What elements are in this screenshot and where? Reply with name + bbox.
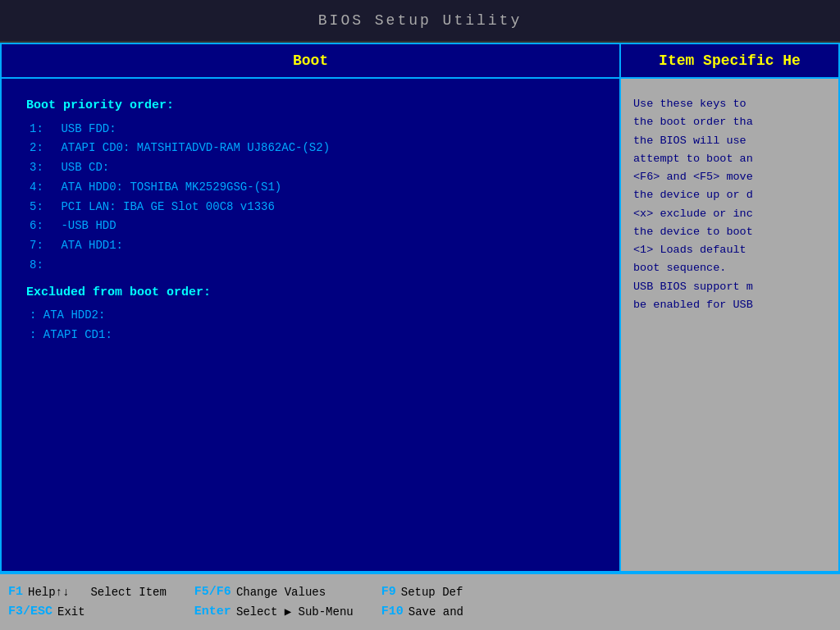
footer-bar: F1 Help↑↓ Select Item F3/ESC Exit F5/F6 …: [0, 573, 840, 630]
f10-desc: Save and: [409, 603, 463, 621]
excluded-title: Excluded from boot order:: [26, 282, 595, 304]
f1-key: F1: [8, 582, 23, 602]
f10-key: F10: [381, 602, 404, 622]
boot-item: 2: ATAPI CD0: MATSHITADVD-RAM UJ862AC-(S…: [26, 139, 595, 158]
f3-key: F3/ESC: [8, 602, 52, 622]
left-panel: Boot priority order: 1: USB FDD:2: ATAPI…: [2, 79, 621, 571]
f3-desc: Exit: [57, 603, 85, 621]
excluded-items-list: : ATA HDD2:: ATAPI CD1:: [26, 306, 595, 345]
f5f6-key: F5/F6: [194, 582, 231, 602]
footer-f5f6-row: F5/F6 Change Values: [194, 582, 370, 602]
footer-f1-section: F1 Help↑↓ Select Item F3/ESC Exit: [8, 582, 183, 622]
f1-desc1: Help↑↓: [28, 583, 69, 601]
excluded-item: : ATA HDD2:: [26, 306, 595, 326]
content-row: Boot priority order: 1: USB FDD:2: ATAPI…: [2, 79, 838, 571]
footer-f9-section: F9 Setup Def F10 Save and: [381, 582, 480, 622]
footer-f3-row: F3/ESC Exit: [8, 602, 183, 622]
f9-desc: Setup Def: [401, 583, 463, 601]
top-bar: BIOS Setup Utility: [0, 0, 840, 43]
header-row: Boot Item Specific He: [2, 44, 838, 79]
boot-item: 8:: [26, 256, 595, 276]
boot-item: 4: ATA HDD0: TOSHIBA MK2529GSG-(S1): [26, 178, 595, 198]
boot-items-list: 1: USB FDD:2: ATAPI CD0: MATSHITADVD-RAM…: [26, 120, 595, 276]
boot-priority-title: Boot priority order:: [26, 95, 595, 116]
boot-item: 5: PCI LAN: IBA GE Slot 00C8 v1336: [26, 198, 595, 217]
boot-item: 3: USB CD:: [26, 158, 595, 178]
boot-item: 6: -USB HDD: [26, 217, 595, 236]
f9-key: F9: [381, 582, 396, 602]
footer-f5f6-section: F5/F6 Change Values Enter Select ▶ Sub-M…: [194, 582, 370, 622]
f1-desc2: Select Item: [90, 583, 166, 601]
help-text: Use these keys tothe boot order thathe B…: [633, 95, 826, 314]
excluded-item: : ATAPI CD1:: [26, 326, 595, 345]
bios-title: BIOS Setup Utility: [318, 12, 522, 29]
main-area: Boot Item Specific He Boot priority orde…: [0, 43, 840, 573]
boot-item: 1: USB FDD:: [26, 120, 595, 139]
f5f6-desc: Change Values: [236, 583, 326, 601]
enter-key: Enter: [194, 602, 231, 622]
enter-desc: Select ▶ Sub-Menu: [236, 603, 354, 621]
footer-f1-row1: F1 Help↑↓ Select Item: [8, 582, 183, 602]
header-boot: Boot: [2, 44, 621, 77]
right-panel: Use these keys tothe boot order thathe B…: [621, 79, 838, 571]
footer-enter-row: Enter Select ▶ Sub-Menu: [194, 602, 370, 622]
footer-f10-row: F10 Save and: [381, 602, 480, 622]
footer-f9-row: F9 Setup Def: [381, 582, 480, 602]
boot-item: 7: ATA HDD1:: [26, 236, 595, 256]
header-help: Item Specific He: [621, 44, 838, 77]
